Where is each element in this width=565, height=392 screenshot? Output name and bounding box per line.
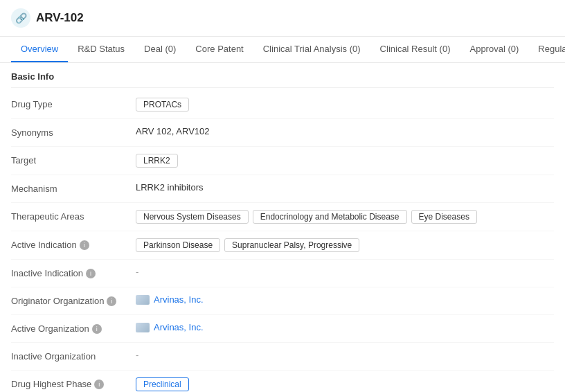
nav-tab-clinical-trial-analysis[interactable]: Clinical Trial Analysis (0): [253, 37, 370, 62]
nav-tab-overview[interactable]: Overview: [11, 37, 68, 62]
content: Basic Info Drug TypePROTACsSynonymsARV 1…: [0, 63, 565, 392]
tag-drug-type: PROTACs: [136, 98, 189, 112]
tag-therapeutic-areas: Eye Diseases: [411, 210, 477, 224]
info-help-icon-active-indication[interactable]: i: [80, 240, 89, 250]
info-row-synonyms: SynonymsARV 102, ARV102: [11, 119, 554, 147]
label-therapeutic-areas: Therapeutic Areas: [11, 210, 136, 222]
tag-blue-drug-highest-phase: Preclinical: [136, 377, 189, 391]
label-mechanism: Mechanism: [11, 182, 136, 194]
label-inactive-indication: Inactive Indicationi: [11, 267, 136, 278]
value-target: LRRK2: [136, 154, 554, 168]
info-help-icon-active-org[interactable]: i: [92, 324, 102, 334]
label-drug-highest-phase: Drug Highest Phasei: [11, 377, 136, 389]
nav-tab-deal[interactable]: Deal (0): [134, 37, 186, 62]
org-item-originator-org: Arvinas, Inc.: [136, 294, 204, 305]
value-active-org: Arvinas, Inc.: [136, 322, 554, 332]
info-row-drug-highest-phase: Drug Highest PhaseiPreclinical: [11, 371, 554, 392]
info-row-therapeutic-areas: Therapeutic AreasNervous System Diseases…: [11, 203, 554, 231]
info-help-icon-inactive-indication[interactable]: i: [86, 269, 96, 278]
value-mechanism: LRRK2 inhibitors: [136, 182, 554, 193]
info-row-active-indication: Active IndicationiParkinson DiseaseSupra…: [11, 231, 554, 260]
label-drug-type: Drug Type: [11, 98, 136, 109]
dash-inactive-org: -: [136, 350, 138, 360]
nav-tab-approval[interactable]: Approval (0): [460, 37, 528, 62]
value-drug-type: PROTACs: [136, 98, 554, 112]
info-row-target: TargetLRRK2: [11, 147, 554, 175]
label-active-indication: Active Indicationi: [11, 238, 136, 250]
label-active-org: Active Organizationi: [11, 322, 136, 334]
tag-active-indication: Supranuclear Palsy, Progressive: [224, 238, 359, 252]
tag-target: LRRK2: [136, 154, 178, 168]
tag-therapeutic-areas: Endocrinology and Metabolic Disease: [253, 210, 407, 224]
org-logo-originator-org: [136, 295, 150, 305]
label-synonyms: Synonyms: [11, 126, 136, 138]
info-row-active-org: Active OrganizationiArvinas, Inc.: [11, 315, 554, 343]
org-name-active-org[interactable]: Arvinas, Inc.: [154, 322, 204, 332]
label-originator-org: Originator Organizationi: [11, 294, 136, 306]
org-item-active-org: Arvinas, Inc.: [136, 322, 204, 332]
dash-inactive-indication: -: [136, 267, 138, 277]
info-row-drug-type: Drug TypePROTACs: [11, 91, 554, 119]
header: 🔗 ARV-102: [0, 0, 565, 37]
value-therapeutic-areas: Nervous System DiseasesEndocrinology and…: [136, 210, 554, 224]
label-inactive-org: Inactive Organization: [11, 350, 136, 362]
info-row-inactive-indication: Inactive Indicationi-: [11, 260, 554, 287]
info-row-mechanism: MechanismLRRK2 inhibitors: [11, 175, 554, 203]
nav-tab-regulation[interactable]: Regulation (0): [528, 37, 565, 62]
section-title: Basic Info: [11, 63, 554, 88]
value-active-indication: Parkinson DiseaseSupranuclear Palsy, Pro…: [136, 238, 554, 252]
nav-tabs: OverviewR&D StatusDeal (0)Core PatentCli…: [0, 37, 565, 63]
text-mechanism: LRRK2 inhibitors: [136, 182, 204, 193]
value-synonyms: ARV 102, ARV102: [136, 126, 554, 136]
tag-active-indication: Parkinson Disease: [136, 238, 220, 252]
org-logo-active-org: [136, 323, 150, 332]
info-help-icon-originator-org[interactable]: i: [107, 296, 116, 306]
header-title: ARV-102: [36, 11, 84, 25]
nav-tab-clinical-result[interactable]: Clinical Result (0): [370, 37, 460, 62]
org-name-originator-org[interactable]: Arvinas, Inc.: [154, 294, 204, 305]
info-row-originator-org: Originator OrganizationiArvinas, Inc.: [11, 287, 554, 315]
nav-tab-core-patent[interactable]: Core Patent: [186, 37, 253, 62]
info-row-inactive-org: Inactive Organization-: [11, 343, 554, 371]
value-originator-org: Arvinas, Inc.: [136, 294, 554, 305]
value-inactive-org: -: [136, 350, 554, 360]
info-help-icon-drug-highest-phase[interactable]: i: [94, 380, 104, 389]
tag-therapeutic-areas: Nervous System Diseases: [136, 210, 249, 224]
text-synonyms: ARV 102, ARV102: [136, 126, 210, 136]
header-icon: 🔗: [11, 8, 30, 28]
nav-tab-rd-status[interactable]: R&D Status: [68, 37, 134, 62]
label-target: Target: [11, 154, 136, 166]
value-drug-highest-phase: Preclinical: [136, 377, 554, 391]
value-inactive-indication: -: [136, 267, 554, 277]
